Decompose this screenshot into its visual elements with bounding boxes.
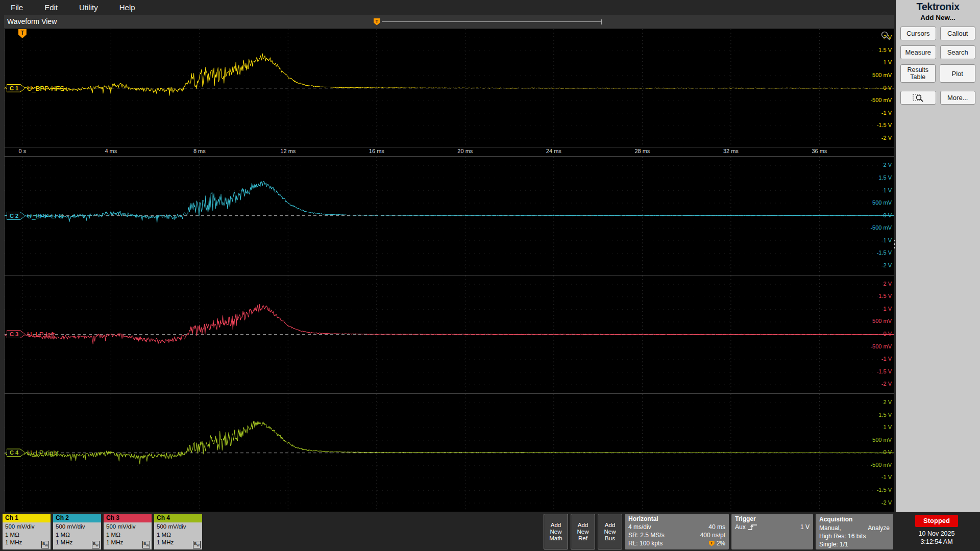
waveform-view-title: Waveform View xyxy=(7,17,57,26)
waveform-view-container: Waveform View T T C 1 U_BPP-HFS xyxy=(0,15,896,512)
volt-scale-label: 500 mV xyxy=(872,199,892,206)
channel-2-settings-header: Ch 2 xyxy=(53,514,101,522)
volt-scale-label: -2 V xyxy=(881,499,892,506)
horizontal-position-indicator[interactable]: T xyxy=(374,18,602,26)
volt-scale-label: -1 V xyxy=(881,474,892,481)
trigger-position-icon: T xyxy=(709,541,715,546)
bottom-settings-bar: Ch 1 500 mV/div 1 MΩ 1 MHz BW Ch 2 500 m… xyxy=(0,512,980,551)
acquisition-window-line xyxy=(382,21,601,22)
acquisition-analyze: Analyze xyxy=(868,524,890,532)
menu-file[interactable]: File xyxy=(0,3,34,12)
horizontal-badge[interactable]: Horizontal 4 ms/div 40 ms SR: 2.5 MS/s 4… xyxy=(625,514,729,549)
waveform-trace-c1 xyxy=(5,54,894,95)
volt-scale-label: -2 V xyxy=(881,135,892,141)
channel-4-graticule: C 4 U_LP-right 2 V1.5 V1 V500 mV0 V-500 … xyxy=(5,394,894,512)
acquisition-mode: Manual, xyxy=(819,524,841,532)
channel-2-scale: 500 mV/div xyxy=(56,523,101,531)
channel-2-trace-label: U_BPP-LFS xyxy=(27,212,63,219)
menu-utility[interactable]: Utility xyxy=(68,3,109,12)
channel-3-graticule: C 3 U_LP-left 2 V1.5 V1 V500 mV0 V-500 m… xyxy=(5,276,894,394)
results-table-button[interactable]: Results Table xyxy=(900,64,936,83)
channel-1-waveform xyxy=(5,29,894,147)
channel-3-impedance: 1 MΩ xyxy=(106,531,152,539)
magnifier-box-icon xyxy=(912,93,924,103)
upper-region: File Edit Utility Help Waveform View T xyxy=(0,0,980,512)
channel-2-impedance: 1 MΩ xyxy=(56,531,101,539)
horizontal-resolution: 400 ns/pt xyxy=(700,531,725,539)
zoom-overlay-button[interactable] xyxy=(900,91,936,105)
horizontal-sample-rate: SR: 2.5 MS/s xyxy=(628,531,665,539)
volt-scale-label: -1 V xyxy=(881,110,892,116)
status-column: Stopped 10 Nov 2025 3:12:54 AM xyxy=(896,514,977,549)
time-scale-label: 4 ms xyxy=(105,148,117,154)
channel-2-waveform xyxy=(5,157,894,274)
trigger-source: Aux xyxy=(735,523,746,531)
waveform-view-header: Waveform View T xyxy=(4,15,894,29)
volt-scale-label: -500 mV xyxy=(870,343,892,350)
add-new-math-button[interactable]: AddNewMath xyxy=(544,514,568,549)
acquisition-single: Single: 1/1 xyxy=(819,540,848,548)
tektronix-logo: Tektronix xyxy=(896,0,980,13)
time-scale-label: 32 ms xyxy=(723,148,739,154)
volt-scale-label: -2 V xyxy=(881,262,892,269)
channel-4-scale: 500 mV/div xyxy=(157,523,202,531)
volt-scale-label: 2 V xyxy=(883,281,892,287)
search-button[interactable]: Search xyxy=(940,45,976,59)
time-scale-label: 20 ms xyxy=(457,148,473,154)
bandwidth-limit-icon: BW xyxy=(142,541,150,548)
channel-4-settings-badge[interactable]: Ch 4 500 mV/div 1 MΩ 1 MHz BW xyxy=(154,514,202,549)
add-new-bus-button[interactable]: AddNewBus xyxy=(598,514,622,549)
channel-1-settings-badge[interactable]: Ch 1 500 mV/div 1 MΩ 1 MHz BW xyxy=(3,514,51,549)
callout-button[interactable]: Callout xyxy=(940,27,976,40)
cursors-button[interactable]: Cursors xyxy=(900,27,936,40)
bandwidth-limit-icon: BW xyxy=(193,541,201,548)
waveform-stage: T C 1 U_BPP-HFS 2 V1.5 V1 V500 mV0 V-500… xyxy=(4,29,894,512)
channel-2-graticule: C 2 U_BPP-LFS 2 V1.5 V1 V500 mV0 V-500 m… xyxy=(5,157,894,275)
channel-3-waveform xyxy=(5,276,894,393)
menu-edit[interactable]: Edit xyxy=(34,3,68,12)
time-scale-label: 0 s xyxy=(18,148,26,154)
volt-scale-label: 1 V xyxy=(883,59,892,66)
waveform-trace-c2 xyxy=(5,182,894,223)
volt-scale-label: 500 mV xyxy=(872,318,892,324)
volt-scale-label: 500 mV xyxy=(872,72,892,79)
horizontal-record-length: RL: 100 kpts xyxy=(628,539,663,547)
bottom-bar-spacer xyxy=(205,514,541,549)
date-display: 10 Nov 2025 xyxy=(919,530,955,538)
time-display: 3:12:54 AM xyxy=(920,538,952,546)
menu-bar: File Edit Utility Help xyxy=(0,0,896,15)
volt-scale-label: 500 mV xyxy=(872,437,892,443)
menu-help[interactable]: Help xyxy=(109,3,146,12)
main-column: File Edit Utility Help Waveform View T xyxy=(0,0,896,512)
run-stop-status-button[interactable]: Stopped xyxy=(915,515,958,527)
trigger-badge[interactable]: Trigger Aux 1 V xyxy=(731,514,813,549)
volt-scale-label: -1 V xyxy=(881,237,892,244)
add-new-ref-button[interactable]: AddNewRef xyxy=(571,514,595,549)
volt-scale-label: -1.5 V xyxy=(877,368,892,375)
horizontal-window: 40 ms xyxy=(708,523,725,531)
volt-scale-label: -500 mV xyxy=(870,97,892,104)
channel-4-trace-label: U_LP-right xyxy=(27,449,59,457)
channel-4-waveform xyxy=(5,394,894,512)
plot-button[interactable]: Plot xyxy=(940,64,976,83)
volt-scale-label: 1 V xyxy=(883,424,892,431)
acquisition-badge[interactable]: Acquisition Manual, Analyze High Res: 16… xyxy=(816,514,893,549)
volt-scale-label: 0 V xyxy=(883,212,892,219)
volt-scale-label: -1.5 V xyxy=(877,487,892,493)
channel-3-settings-badge[interactable]: Ch 3 500 mV/div 1 MΩ 1 MHz BW xyxy=(104,514,152,549)
volt-scale-label: 1 V xyxy=(883,306,892,312)
volt-scale-label: 2 V xyxy=(883,399,892,406)
add-new-heading: Add New... xyxy=(896,14,980,21)
zoom-icon[interactable] xyxy=(880,31,891,43)
time-scale-label: 24 ms xyxy=(546,148,561,154)
more-button[interactable]: More... xyxy=(940,91,976,105)
volt-scale-label: -1.5 V xyxy=(877,122,892,129)
volt-scale-label: -1 V xyxy=(881,356,892,362)
measure-button[interactable]: Measure xyxy=(900,45,936,59)
channel-4-settings-header: Ch 4 xyxy=(154,514,202,522)
horizontal-title: Horizontal xyxy=(628,515,725,522)
panel-splitter-handle[interactable] xyxy=(894,240,895,248)
trigger-position-flag-icon[interactable]: T xyxy=(374,18,380,26)
channel-3-trace-label: U_LP-left xyxy=(27,331,55,338)
channel-2-settings-badge[interactable]: Ch 2 500 mV/div 1 MΩ 1 MHz BW xyxy=(53,514,101,549)
